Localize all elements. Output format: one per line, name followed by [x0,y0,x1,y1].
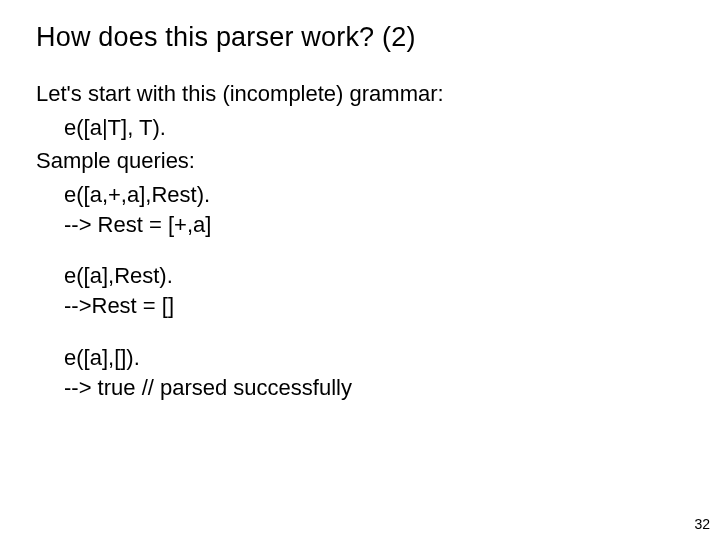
query-result: --> true // parsed successfully [36,373,684,403]
query-result: --> Rest = [+,a] [36,210,684,240]
slide-title: How does this parser work? (2) [36,22,684,53]
intro-text: Let's start with this (incomplete) gramm… [36,79,684,109]
query-call: e([a],Rest). [36,261,684,291]
query-call: e([a],[]). [36,343,684,373]
page-number: 32 [694,516,710,532]
slide: How does this parser work? (2) Let's sta… [0,0,720,540]
grammar-rule: e([a|T], T). [36,113,684,143]
query-result: -->Rest = [] [36,291,684,321]
sample-queries-heading: Sample queries: [36,146,684,176]
query-call: e([a,+,a],Rest). [36,180,684,210]
